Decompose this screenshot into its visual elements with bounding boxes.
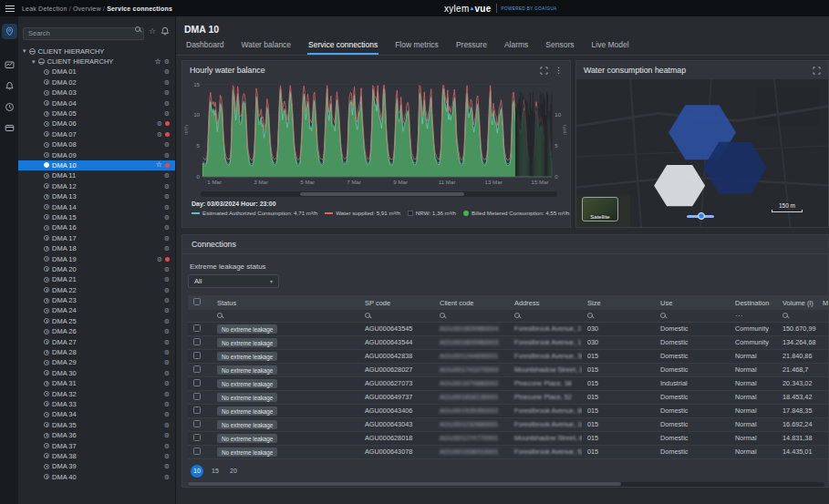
sidebar-item-dma-31[interactable]: DMA 31⚙ — [18, 378, 175, 388]
column-header[interactable]: Status — [212, 295, 359, 310]
basemap-toggle[interactable]: Satellite — [582, 197, 618, 221]
notifications-icon[interactable] — [161, 23, 170, 39]
sidebar-item-dma-16[interactable]: DMA 16⚙ — [18, 222, 175, 232]
table-row[interactable]: No extreme leakageAGU000642838AGU0012446… — [188, 349, 828, 363]
breadcrumb-item[interactable]: Overview — [73, 5, 101, 12]
table-row[interactable]: No extreme leakageAGU000643043AGU0012326… — [188, 417, 828, 431]
gear-icon[interactable]: ⚙ — [164, 432, 170, 438]
sidebar-item-dma-33[interactable]: DMA 33⚙ — [18, 399, 175, 409]
row-checkbox[interactable] — [193, 379, 201, 386]
column-filter-icon[interactable] — [660, 313, 666, 318]
gear-icon[interactable]: ⚙ — [164, 339, 170, 345]
row-checkbox[interactable] — [193, 447, 201, 455]
row-checkbox[interactable] — [193, 365, 201, 373]
column-header[interactable]: Size — [582, 295, 655, 310]
table-row[interactable]: No extreme leakageAGU000643545AGU0016099… — [188, 322, 828, 335]
history-nav-icon[interactable] — [2, 99, 17, 115]
expand-icon[interactable] — [813, 62, 821, 78]
sidebar-item-dma-09[interactable]: DMA 09⚙ — [18, 149, 175, 159]
sidebar-item-dma-18[interactable]: DMA 18⚙ — [18, 243, 175, 253]
column-filter-icon[interactable] — [782, 313, 788, 318]
sidebar-item-dma-01[interactable]: DMA 01⚙ — [18, 67, 175, 77]
select-all-checkbox[interactable] — [193, 298, 201, 305]
gear-icon[interactable]: ⚙ — [164, 297, 170, 303]
gear-icon[interactable]: ⚙ — [157, 120, 162, 127]
billing-nav-icon[interactable] — [2, 120, 17, 136]
sidebar-item-dma-17[interactable]: DMA 17⚙ — [18, 233, 175, 243]
gear-icon[interactable]: ⚙ — [157, 256, 162, 262]
row-checkbox[interactable] — [193, 420, 201, 427]
gear-icon[interactable]: ⚙ — [164, 422, 170, 428]
star-icon[interactable]: ☆ — [156, 161, 162, 169]
heatmap-map[interactable]: Satellite 150 m — [576, 79, 828, 227]
gear-icon[interactable]: ⚙ — [157, 131, 162, 138]
gear-icon[interactable]: ⚙ — [164, 276, 170, 283]
column-filter-icon[interactable] — [217, 313, 223, 318]
table-row[interactable]: No extreme leakageAGU000643406AGU0015353… — [188, 404, 828, 417]
gear-icon[interactable]: ⚙ — [164, 401, 170, 407]
gear-icon[interactable]: ⚙ — [164, 214, 170, 221]
gear-icon[interactable]: ⚙ — [164, 152, 170, 159]
chart-scrollbar[interactable] — [201, 191, 557, 197]
column-header[interactable]: Mi — [817, 295, 828, 310]
sidebar-item-dma-27[interactable]: DMA 27⚙ — [18, 336, 175, 346]
column-header[interactable]: SP code — [359, 295, 434, 310]
column-menu-icon[interactable]: ⋯ — [735, 312, 742, 320]
chevron-down-icon[interactable]: ▾ — [32, 58, 36, 66]
sidebar-item-dma-20[interactable]: DMA 20⚙ — [18, 264, 175, 274]
tab-flow-metrics[interactable]: Flow metrics — [394, 40, 440, 55]
sidebar-item-dma-21[interactable]: DMA 21⚙ — [18, 274, 175, 284]
table-scrollbar-thumb[interactable] — [188, 482, 621, 486]
sidebar-item-dma-40[interactable]: DMA 40⚙ — [18, 472, 175, 482]
sidebar-item-dma-04[interactable]: DMA 04⚙ — [18, 98, 175, 108]
table-row[interactable]: No extreme leakageAGU000643544AGU0016099… — [188, 335, 828, 349]
sidebar-item-dma-30[interactable]: DMA 30⚙ — [18, 368, 175, 378]
column-header[interactable]: Client code — [434, 295, 509, 310]
star-icon[interactable]: ☆ — [155, 58, 161, 66]
sidebar-item-dma-10[interactable]: DMA 10☆ — [18, 160, 175, 170]
chevron-down-icon[interactable]: ▾ — [23, 47, 26, 55]
gear-icon[interactable]: ⚙ — [164, 391, 170, 397]
gear-icon[interactable]: ⚙ — [164, 453, 170, 459]
sidebar-item-dma-06[interactable]: DMA 06⚙ — [18, 118, 175, 129]
sidebar-item-dma-22[interactable]: DMA 22⚙ — [18, 284, 175, 294]
gear-icon[interactable]: ⚙ — [164, 380, 170, 386]
column-filter-icon[interactable] — [440, 313, 445, 318]
gear-icon[interactable]: ⚙ — [164, 79, 170, 86]
location-nav-icon[interactable] — [2, 24, 17, 39]
page-size-15[interactable]: 15 — [209, 465, 222, 478]
tab-alarms[interactable]: Alarms — [503, 40, 529, 55]
column-header[interactable]: Volume (l) — [777, 295, 817, 310]
row-checkbox[interactable] — [193, 338, 201, 345]
map-opacity-slider[interactable] — [687, 215, 714, 218]
tree-group-client-hierarchy[interactable]: ▾ CLIENT HIERARCHY ☆⚙ — [18, 57, 175, 67]
table-row[interactable]: No extreme leakageAGU000627073AGU0016798… — [188, 376, 828, 390]
gear-icon[interactable]: ⚙ — [164, 443, 170, 449]
alerts-nav-icon[interactable] — [2, 78, 17, 94]
tab-water-balance[interactable]: Water balance — [241, 40, 293, 55]
gear-icon[interactable]: ⚙ — [164, 58, 170, 65]
row-checkbox[interactable] — [193, 406, 201, 414]
row-checkbox[interactable] — [193, 324, 201, 332]
column-header[interactable]: Destination — [730, 295, 777, 310]
row-checkbox[interactable] — [193, 393, 201, 400]
sidebar-item-dma-36[interactable]: DMA 36⚙ — [18, 430, 175, 440]
column-header[interactable]: Address — [509, 295, 582, 310]
sidebar-item-dma-39[interactable]: DMA 39⚙ — [18, 461, 175, 471]
legend-item[interactable]: Billed Metered Consumption: 4,55 m³/h — [463, 210, 569, 216]
tab-dashboard[interactable]: Dashboard — [185, 40, 225, 55]
sidebar-item-dma-34[interactable]: DMA 34⚙ — [18, 409, 175, 419]
legend-item[interactable]: Estimated Authorized Consumption: 4,71 m… — [192, 210, 317, 216]
kebab-menu-icon[interactable]: ⋮ — [554, 67, 563, 75]
table-scrollbar[interactable] — [188, 482, 824, 487]
gear-icon[interactable]: ⚙ — [164, 266, 170, 273]
table-row[interactable]: No extreme leakageAGU000643078AGU0019389… — [188, 445, 828, 458]
gear-icon[interactable]: ⚙ — [164, 463, 170, 469]
row-checkbox[interactable] — [193, 434, 201, 441]
sidebar-item-dma-14[interactable]: DMA 14⚙ — [18, 201, 175, 211]
expand-icon[interactable] — [540, 62, 548, 78]
gear-icon[interactable]: ⚙ — [164, 235, 170, 242]
sidebar-item-dma-28[interactable]: DMA 28⚙ — [18, 347, 175, 357]
gear-icon[interactable]: ⚙ — [164, 68, 170, 75]
menu-icon[interactable] — [5, 5, 15, 12]
